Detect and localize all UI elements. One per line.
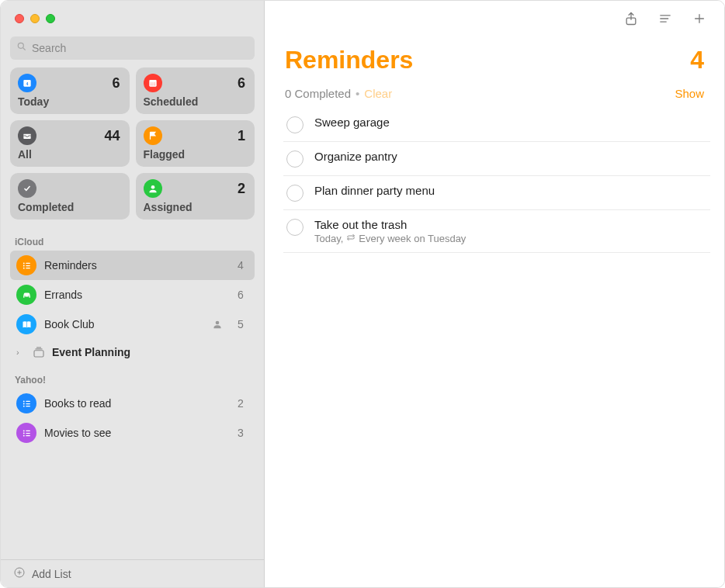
svg-rect-23 (34, 351, 43, 357)
smart-count: 6 (112, 75, 120, 92)
share-button[interactable] (623, 11, 639, 26)
list-item-reminders[interactable]: Reminders 4 (10, 251, 255, 280)
svg-point-32 (23, 432, 24, 434)
svg-point-6 (151, 82, 151, 83)
task-checkbox[interactable] (286, 116, 304, 133)
svg-point-7 (152, 82, 153, 83)
svg-point-9 (151, 85, 151, 85)
smart-card-flagged[interactable]: 1 Flagged (136, 120, 255, 167)
task-row[interactable]: Take out the trash Today, Every week on … (283, 210, 710, 253)
search-input[interactable] (32, 42, 248, 54)
search-field[interactable] (10, 36, 255, 60)
list-item-book-club[interactable]: Book Club 5 (10, 310, 255, 339)
plus-circle-icon (13, 566, 26, 581)
shared-icon (210, 318, 225, 330)
svg-rect-35 (26, 435, 30, 436)
list-item-books-to-read[interactable]: Books to read 2 (10, 389, 255, 418)
svg-point-28 (23, 405, 24, 406)
svg-point-30 (23, 430, 24, 431)
smart-label: Flagged (144, 148, 246, 161)
tray-icon (18, 126, 36, 145)
list-item-errands[interactable]: Errands 6 (10, 280, 255, 310)
smart-count: 44 (104, 128, 120, 144)
group-label: Event Planning (52, 346, 130, 358)
task-title: Take out the trash (314, 218, 707, 231)
svg-point-10 (152, 85, 153, 85)
svg-point-8 (154, 82, 154, 83)
smart-label: Scheduled (144, 95, 246, 108)
task-checkbox[interactable] (286, 185, 304, 202)
smart-label: Completed (18, 201, 120, 213)
svg-rect-14 (26, 262, 30, 263)
task-checkbox[interactable] (286, 219, 304, 236)
car-icon (16, 285, 36, 305)
add-list-button[interactable]: Add List (1, 559, 264, 587)
completed-count-text: 0 Completed (285, 87, 351, 100)
list-label: Errands (44, 289, 202, 301)
task-subtitle: Today, Every week on Tuesday (314, 233, 707, 244)
list-label: Movies to see (44, 427, 202, 439)
view-options-button[interactable] (657, 11, 673, 26)
list-icon (16, 423, 36, 443)
smart-card-assigned[interactable]: 2 Assigned (136, 173, 255, 220)
close-window-button[interactable] (15, 14, 24, 23)
task-row[interactable]: Organize pantry (283, 142, 710, 176)
list-item-movies-to-see[interactable]: Movies to see 3 (10, 418, 255, 448)
book-icon (16, 314, 36, 334)
list-count: 2 (233, 397, 248, 410)
list-count: 3 (233, 427, 248, 439)
svg-point-22 (216, 321, 220, 325)
svg-point-20 (28, 296, 29, 296)
main-content: Reminders 4 0 Completed • Clear Show Swe… (265, 1, 724, 587)
svg-point-34 (23, 434, 24, 436)
sidebar: 4 6 Today 6 Scheduled (1, 1, 265, 587)
smart-card-completed[interactable]: Completed (10, 173, 130, 220)
svg-point-24 (23, 400, 24, 402)
smart-label: Today (18, 95, 120, 108)
group-item-event-planning[interactable]: › Event Planning (10, 339, 255, 365)
svg-point-19 (24, 296, 25, 296)
repeat-icon (346, 233, 356, 244)
svg-rect-25 (26, 400, 30, 401)
calendar-day-icon: 4 (18, 74, 36, 92)
smart-card-all[interactable]: 44 All (10, 120, 130, 167)
smart-card-today[interactable]: 4 6 Today (10, 67, 130, 114)
svg-point-0 (18, 43, 23, 48)
svg-point-26 (23, 403, 24, 404)
smart-label: Assigned (144, 201, 246, 213)
clear-completed-button[interactable]: Clear (364, 87, 392, 100)
smart-count: 6 (238, 75, 245, 92)
list-count: 4 (233, 259, 248, 272)
list-icon (16, 255, 36, 275)
task-row[interactable]: Sweep garage (283, 108, 710, 142)
flag-icon (144, 126, 162, 145)
svg-line-1 (23, 48, 26, 50)
minimize-window-button[interactable] (30, 14, 40, 23)
add-reminder-button[interactable] (692, 11, 707, 26)
svg-point-11 (154, 85, 154, 85)
calendar-icon (144, 74, 162, 92)
svg-rect-29 (26, 406, 30, 406)
search-icon (16, 41, 27, 55)
list-label: Reminders (44, 259, 202, 272)
list-label: Books to read (44, 397, 202, 410)
smart-card-scheduled[interactable]: 6 Scheduled (136, 67, 255, 114)
account-header-yahoo: Yahoo! (10, 370, 255, 389)
svg-rect-31 (26, 430, 30, 431)
smart-lists-grid: 4 6 Today 6 Scheduled (1, 67, 264, 227)
svg-text:4: 4 (26, 81, 29, 86)
task-checkbox[interactable] (286, 150, 304, 168)
svg-point-13 (23, 262, 24, 264)
svg-point-12 (151, 185, 154, 189)
zoom-window-button[interactable] (46, 14, 55, 23)
svg-point-15 (23, 265, 24, 266)
svg-point-17 (23, 267, 24, 268)
svg-rect-16 (26, 265, 30, 265)
show-completed-button[interactable]: Show (675, 87, 704, 100)
task-title: Plan dinner party menu (314, 184, 707, 197)
window-controls (1, 1, 264, 36)
add-list-label: Add List (32, 568, 71, 580)
task-row[interactable]: Plan dinner party menu (283, 176, 710, 210)
task-title: Organize pantry (314, 150, 707, 163)
person-icon (144, 179, 162, 198)
